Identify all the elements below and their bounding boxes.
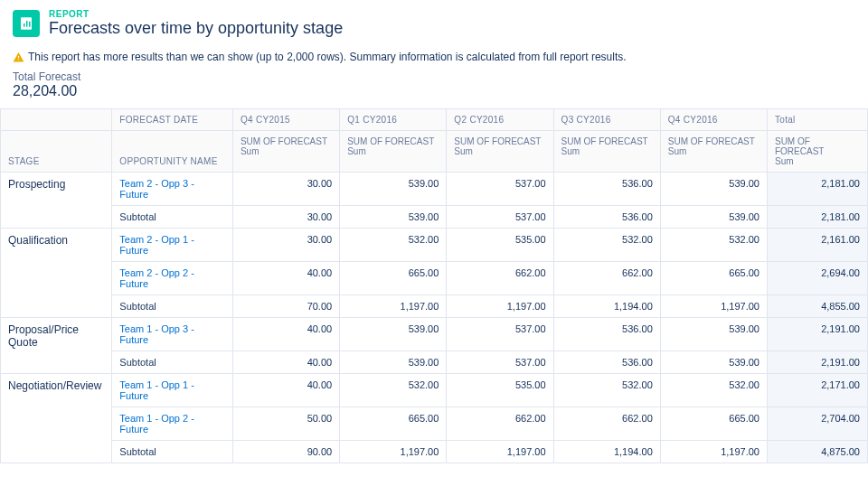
value-cell: 539.00 bbox=[660, 318, 767, 351]
stage-cell: Prospecting bbox=[1, 173, 112, 229]
table-row: Proposal/Price QuoteTeam 1 - Opp 3 - Fut… bbox=[1, 318, 868, 351]
value-cell: 537.00 bbox=[447, 173, 553, 206]
value-cell: 30.00 bbox=[232, 173, 339, 206]
col-sum-4: SUM OF FORECASTSum bbox=[660, 131, 767, 173]
value-cell: 536.00 bbox=[553, 318, 660, 351]
warning-icon bbox=[13, 51, 24, 63]
opportunity-link[interactable]: Team 2 - Opp 2 - Future bbox=[119, 267, 194, 289]
subtotal-value-cell: 1,194.00 bbox=[553, 295, 660, 318]
opportunity-cell: Team 2 - Opp 1 - Future bbox=[112, 229, 233, 262]
opportunity-cell: Team 1 - Opp 2 - Future bbox=[112, 407, 233, 441]
table-row: Negotiation/ReviewTeam 1 - Opp 1 - Futur… bbox=[1, 374, 868, 407]
report-table: FORECAST DATE Q4 CY2015 Q1 CY2016 Q2 CY2… bbox=[0, 108, 868, 463]
opportunity-link[interactable]: Team 2 - Opp 1 - Future bbox=[119, 234, 194, 256]
report-notice-text: This report has more results than we can… bbox=[28, 51, 627, 63]
col-opp-name[interactable]: OPPORTUNITY NAME bbox=[112, 131, 233, 173]
subtotal-value-cell: 1,197.00 bbox=[447, 295, 553, 318]
subtotal-value-cell: 539.00 bbox=[660, 206, 767, 229]
col-forecast-date[interactable]: FORECAST DATE bbox=[112, 109, 233, 131]
col-total[interactable]: Total bbox=[767, 109, 867, 131]
subtotal-value-cell: 536.00 bbox=[553, 206, 660, 229]
table-row: Team 1 - Opp 2 - Future50.00665.00662.00… bbox=[1, 407, 868, 441]
opportunity-link[interactable]: Team 1 - Opp 2 - Future bbox=[119, 413, 194, 435]
subtotal-value-cell: 539.00 bbox=[340, 206, 447, 229]
total-forecast-value: 28,204.00 bbox=[13, 83, 855, 99]
col-sum-0: SUM OF FORECASTSum bbox=[232, 131, 339, 173]
value-cell: 662.00 bbox=[553, 262, 660, 295]
report-header: REPORT Forecasts over time by opportunit… bbox=[0, 0, 868, 42]
subtotal-value-cell: 1,194.00 bbox=[553, 441, 660, 463]
value-cell: 40.00 bbox=[232, 318, 339, 351]
subtotal-value-cell: 539.00 bbox=[660, 351, 767, 374]
col-sum-1: SUM OF FORECASTSum bbox=[340, 131, 447, 173]
subtotal-value-cell: 536.00 bbox=[553, 351, 660, 374]
opportunity-link[interactable]: Team 1 - Opp 3 - Future bbox=[119, 323, 194, 345]
value-cell: 662.00 bbox=[553, 407, 660, 441]
col-period-2[interactable]: Q2 CY2016 bbox=[447, 109, 553, 131]
report-title: Forecasts over time by opportunity stage bbox=[49, 19, 343, 38]
subtotal-label: Subtotal bbox=[112, 295, 233, 318]
opportunity-link[interactable]: Team 1 - Opp 1 - Future bbox=[119, 379, 194, 401]
subtotal-value-cell: 30.00 bbox=[232, 206, 339, 229]
table-row: Team 2 - Opp 2 - Future40.00665.00662.00… bbox=[1, 262, 868, 295]
value-cell: 537.00 bbox=[447, 318, 553, 351]
table-header-row-2: STAGE OPPORTUNITY NAME SUM OF FORECASTSu… bbox=[1, 131, 868, 173]
row-total-cell: 2,171.00 bbox=[767, 374, 867, 407]
subtotal-label: Subtotal bbox=[112, 351, 233, 374]
col-period-1[interactable]: Q1 CY2016 bbox=[340, 109, 447, 131]
value-cell: 532.00 bbox=[340, 374, 447, 407]
table-row: QualificationTeam 2 - Opp 1 - Future30.0… bbox=[1, 229, 868, 262]
opportunity-link[interactable]: Team 2 - Opp 3 - Future bbox=[119, 178, 194, 200]
subtotal-value-cell: 537.00 bbox=[447, 351, 553, 374]
subtotal-value-cell: 90.00 bbox=[232, 441, 339, 463]
col-period-4[interactable]: Q4 CY2016 bbox=[660, 109, 767, 131]
value-cell: 662.00 bbox=[447, 262, 553, 295]
report-eyebrow: REPORT bbox=[49, 9, 343, 19]
subtotal-value-cell: 70.00 bbox=[232, 295, 339, 318]
row-total-cell: 2,704.00 bbox=[767, 407, 867, 441]
opportunity-cell: Team 2 - Opp 3 - Future bbox=[112, 173, 233, 206]
col-period-3[interactable]: Q3 CY2016 bbox=[553, 109, 660, 131]
row-total-cell: 2,191.00 bbox=[767, 318, 867, 351]
row-total-cell: 2,161.00 bbox=[767, 229, 867, 262]
value-cell: 665.00 bbox=[660, 407, 767, 441]
value-cell: 536.00 bbox=[553, 173, 660, 206]
table-header-row-1: FORECAST DATE Q4 CY2015 Q1 CY2016 Q2 CY2… bbox=[1, 109, 868, 131]
value-cell: 539.00 bbox=[340, 173, 447, 206]
value-cell: 532.00 bbox=[660, 374, 767, 407]
stage-cell: Negotiation/Review bbox=[1, 374, 112, 463]
value-cell: 539.00 bbox=[340, 318, 447, 351]
subtotal-value-cell: 1,197.00 bbox=[660, 295, 767, 318]
report-icon bbox=[13, 10, 40, 37]
value-cell: 539.00 bbox=[660, 173, 767, 206]
value-cell: 532.00 bbox=[340, 229, 447, 262]
value-cell: 532.00 bbox=[553, 374, 660, 407]
subtotal-value-cell: 1,197.00 bbox=[447, 441, 553, 463]
report-notice: This report has more results than we can… bbox=[0, 42, 868, 70]
total-forecast: Total Forecast 28,204.00 bbox=[0, 70, 868, 108]
col-stage[interactable]: STAGE bbox=[1, 131, 112, 173]
subtotal-row: Subtotal70.001,197.001,197.001,194.001,1… bbox=[1, 295, 868, 318]
value-cell: 50.00 bbox=[232, 407, 339, 441]
subtotal-total-cell: 2,191.00 bbox=[767, 351, 867, 374]
value-cell: 665.00 bbox=[660, 262, 767, 295]
opportunity-cell: Team 2 - Opp 2 - Future bbox=[112, 262, 233, 295]
value-cell: 665.00 bbox=[340, 407, 447, 441]
value-cell: 532.00 bbox=[660, 229, 767, 262]
subtotal-value-cell: 1,197.00 bbox=[340, 295, 447, 318]
table-row: ProspectingTeam 2 - Opp 3 - Future30.005… bbox=[1, 173, 868, 206]
col-period-0[interactable]: Q4 CY2015 bbox=[232, 109, 339, 131]
value-cell: 532.00 bbox=[553, 229, 660, 262]
subtotal-value-cell: 539.00 bbox=[340, 351, 447, 374]
subtotal-row: Subtotal30.00539.00537.00536.00539.002,1… bbox=[1, 206, 868, 229]
subtotal-total-cell: 4,875.00 bbox=[767, 441, 867, 463]
opportunity-cell: Team 1 - Opp 3 - Future bbox=[112, 318, 233, 351]
subtotal-value-cell: 537.00 bbox=[447, 206, 553, 229]
row-total-cell: 2,181.00 bbox=[767, 173, 867, 206]
col-sum-total: SUM OF FORECASTSum bbox=[767, 131, 867, 173]
value-cell: 30.00 bbox=[232, 229, 339, 262]
stage-cell: Qualification bbox=[1, 229, 112, 318]
stage-cell: Proposal/Price Quote bbox=[1, 318, 112, 374]
subtotal-total-cell: 4,855.00 bbox=[767, 295, 867, 318]
subtotal-label: Subtotal bbox=[112, 206, 233, 229]
